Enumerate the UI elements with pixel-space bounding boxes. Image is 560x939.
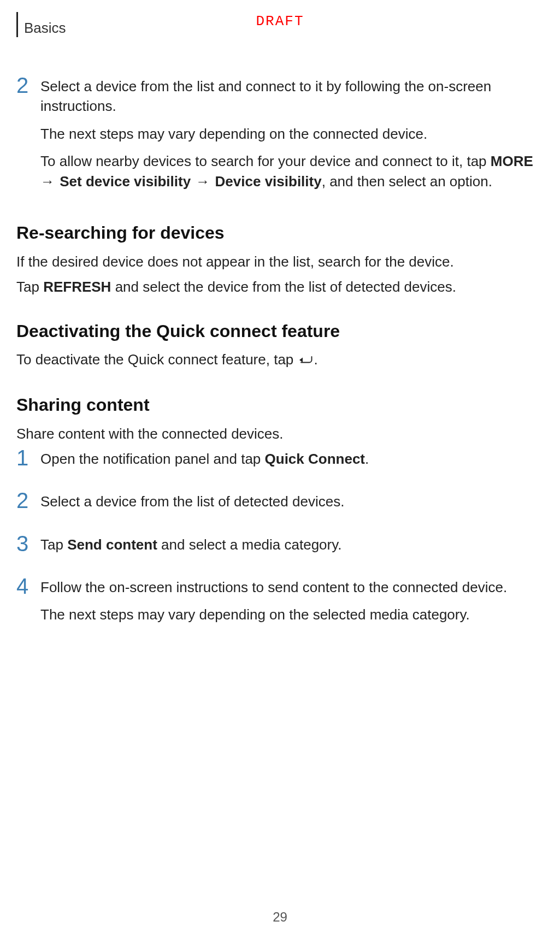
step-text: The next steps may vary depending on the… <box>40 605 544 624</box>
page: Basics DRAFT 2 Select a device from the … <box>0 0 560 939</box>
step-text: Select a device from the list of detecte… <box>40 492 544 511</box>
step-body: Follow the on-screen instructions to sen… <box>40 577 544 633</box>
arrow-icon: → <box>191 173 215 190</box>
step-item: 4 Follow the on-screen instructions to s… <box>16 577 544 633</box>
text-fragment: To allow nearby devices to search for yo… <box>40 153 491 169</box>
page-header: Basics DRAFT <box>16 12 544 34</box>
text-fragment: Open the notification panel and tap <box>40 451 265 467</box>
text-fragment: Tap <box>40 536 67 553</box>
paragraph: To deactivate the Quick connect feature,… <box>16 350 544 370</box>
text-fragment: . <box>314 351 318 368</box>
bold-label: Set device visibility <box>60 173 191 190</box>
bold-label: Send content <box>67 536 157 553</box>
step-body: Open the notification panel and tap Quic… <box>40 449 544 476</box>
step-text: Tap Send content and select a media cate… <box>40 535 544 554</box>
step-item: 2 Select a device from the list of detec… <box>16 492 544 519</box>
draft-watermark: DRAFT <box>256 13 304 29</box>
back-icon <box>298 351 314 370</box>
step-item: 1 Open the notification panel and tap Qu… <box>16 449 544 476</box>
step-text: Open the notification panel and tap Quic… <box>40 449 544 469</box>
text-fragment: To deactivate the Quick connect feature,… <box>16 351 298 368</box>
step-item: 3 Tap Send content and select a media ca… <box>16 535 544 562</box>
subheading-sharing: Sharing content <box>16 393 544 417</box>
step-body: Select a device from the list of detecte… <box>40 492 544 519</box>
step-text: Follow the on-screen instructions to sen… <box>40 577 544 597</box>
subheading-re-searching: Re-searching for devices <box>16 221 544 245</box>
section-title: Basics <box>24 20 66 37</box>
paragraph: If the desired device does not appear in… <box>16 252 544 271</box>
step-body: Tap Send content and select a media cate… <box>40 535 544 562</box>
bold-label: Quick Connect <box>265 451 365 467</box>
text-fragment: Tap <box>16 279 43 295</box>
page-number: 29 <box>0 910 560 925</box>
step-text: Select a device from the list and connec… <box>40 76 544 116</box>
text-fragment: and select a media category. <box>157 536 342 553</box>
bold-label: MORE <box>491 153 533 169</box>
bold-label: REFRESH <box>43 279 111 295</box>
step-body: Select a device from the list and connec… <box>40 76 544 199</box>
text-fragment: . <box>365 451 369 467</box>
step-number: 4 <box>16 575 40 597</box>
step-text: The next steps may vary depending on the… <box>40 124 544 144</box>
text-fragment: , and then select an option. <box>322 173 492 190</box>
step-number: 2 <box>16 489 40 511</box>
header-rule <box>16 12 18 37</box>
step-number: 3 <box>16 533 40 554</box>
step-item: 2 Select a device from the list and conn… <box>16 76 544 199</box>
subheading-deactivate: Deactivating the Quick connect feature <box>16 319 544 344</box>
paragraph: Tap REFRESH and select the device from t… <box>16 277 544 297</box>
step-number: 1 <box>16 447 40 469</box>
bold-label: Device visibility <box>215 173 322 190</box>
paragraph: Share content with the connected devices… <box>16 424 544 444</box>
step-text: To allow nearby devices to search for yo… <box>40 151 544 191</box>
page-content: 2 Select a device from the list and conn… <box>16 76 544 633</box>
step-number: 2 <box>16 74 40 96</box>
text-fragment: and select the device from the list of d… <box>111 279 456 295</box>
